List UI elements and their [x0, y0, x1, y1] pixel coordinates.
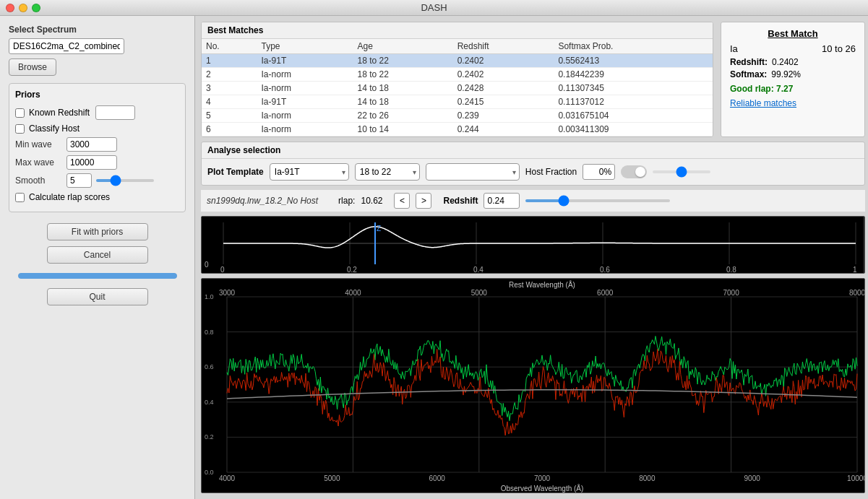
- quit-button[interactable]: Quit: [47, 288, 148, 305]
- browse-button[interactable]: Browse: [9, 58, 56, 76]
- priors-section: Priors Known Redshift Classify Host Min …: [9, 83, 186, 212]
- classify-host-checkbox[interactable]: [15, 124, 25, 134]
- close-button[interactable]: [6, 4, 14, 12]
- redshift-label: Redshift: [443, 196, 478, 206]
- cell-redshift: 0.2415: [453, 95, 554, 109]
- table-row[interactable]: 5 Ia-norm 22 to 26 0.239 0.031675104: [202, 109, 713, 123]
- max-wave-input[interactable]: [66, 155, 117, 170]
- host-fraction-slider[interactable]: [653, 170, 710, 173]
- correlation-canvas: [202, 217, 863, 274]
- prev-button[interactable]: <: [394, 193, 410, 209]
- table-row[interactable]: 3 Ia-norm 14 to 18 0.2428 0.11307345: [202, 82, 713, 95]
- template-select-wrapper: Ia-91T Ia-norm Ib Ic II: [270, 163, 349, 181]
- calculate-rlap-label: Calculate rlap scores: [29, 192, 110, 202]
- cell-type: Ia-norm: [257, 68, 353, 82]
- best-match-softmax-value: 99.92%: [771, 69, 801, 79]
- host-fraction-label: Host Fraction: [525, 167, 577, 177]
- cell-redshift: 0.2402: [453, 68, 554, 82]
- cell-redshift: 0.2402: [453, 54, 554, 68]
- cancel-button[interactable]: Cancel: [47, 246, 148, 264]
- cell-age: 22 to 26: [353, 109, 453, 123]
- col-prob: Softmax Prob.: [554, 39, 713, 54]
- cell-no: 5: [202, 109, 257, 123]
- host-fraction-input[interactable]: [583, 164, 615, 180]
- cell-prob: 0.5562413: [554, 54, 713, 68]
- toggle-knob: [635, 167, 645, 177]
- rlap-label: rlap:: [338, 196, 355, 206]
- cell-type: Ia-91T: [257, 95, 353, 109]
- table-row[interactable]: 2 Ia-norm 18 to 22 0.2402 0.18442239: [202, 68, 713, 82]
- table-row[interactable]: 6 Ia-norm 10 to 14 0.244 0.003411309: [202, 123, 713, 136]
- cell-no: 4: [202, 95, 257, 109]
- min-wave-label: Min wave: [15, 139, 62, 149]
- cell-redshift: 0.2428: [453, 82, 554, 95]
- col-redshift: Redshift: [453, 39, 554, 54]
- cell-type: Ia-norm: [257, 109, 353, 123]
- best-match-box: Best Match Ia 10 to 26 Redshift: 0.2402 …: [721, 22, 865, 137]
- plot-template-label: Plot Template: [207, 167, 264, 177]
- progress-bar-fill: [18, 273, 177, 279]
- cell-no: 3: [202, 82, 257, 95]
- redshift-slider[interactable]: [525, 199, 670, 202]
- known-redshift-label: Known Redshift: [29, 108, 90, 118]
- cell-prob: 0.031675104: [554, 109, 713, 123]
- spectrum-plot: [201, 278, 865, 493]
- fit-with-priors-button[interactable]: Fit with priors: [47, 223, 148, 240]
- matches-table: No. Type Age Redshift Softmax Prob. 1 Ia…: [202, 39, 713, 136]
- subtype-select[interactable]: [426, 163, 520, 181]
- select-spectrum-label: Select Spectrum: [9, 25, 186, 35]
- smooth-label: Smooth: [15, 175, 62, 186]
- known-redshift-checkbox[interactable]: [15, 108, 25, 118]
- cell-no: 1: [202, 54, 257, 68]
- best-match-redshift-label: Redshift:: [730, 57, 768, 67]
- analyse-section: Analyse selection Plot Template Ia-91T I…: [201, 142, 865, 186]
- best-match-age: 10 to 26: [822, 43, 856, 54]
- redshift-row: sn1999dq.lnw_18.2_No Host rlap: 10.62 < …: [201, 190, 865, 212]
- cell-no: 6: [202, 123, 257, 136]
- sn-name: sn1999dq.lnw_18.2_No Host: [207, 196, 318, 206]
- window-title: DASH: [421, 2, 447, 13]
- table-row[interactable]: 1 Ia-91T 18 to 22 0.2402 0.5562413: [202, 54, 713, 68]
- calculate-rlap-checkbox[interactable]: [15, 193, 25, 202]
- template-select[interactable]: Ia-91T Ia-norm Ib Ic II: [270, 163, 349, 181]
- cell-age: 14 to 18: [353, 95, 453, 109]
- maximize-button[interactable]: [32, 4, 40, 12]
- best-matches-panel: Best Matches No. Type Age Redshift Softm…: [201, 22, 713, 137]
- best-match-title: Best Match: [730, 28, 856, 39]
- cell-prob: 0.003411309: [554, 123, 713, 136]
- title-bar: DASH: [0, 0, 868, 16]
- window-controls[interactable]: [6, 4, 40, 12]
- redshift-input[interactable]: [484, 193, 520, 209]
- cell-redshift: 0.244: [453, 123, 554, 136]
- best-match-softmax-label: Softmax:: [730, 69, 767, 79]
- cell-no: 2: [202, 68, 257, 82]
- cell-age: 14 to 18: [353, 82, 453, 95]
- file-input[interactable]: [9, 38, 124, 54]
- min-wave-input[interactable]: [66, 137, 117, 152]
- reliable-matches-link[interactable]: Reliable matches: [730, 98, 796, 108]
- rlap-value: 10.62: [361, 196, 382, 206]
- col-no: No.: [202, 39, 257, 54]
- rlap-text: Good rlap: 7.27: [730, 84, 793, 94]
- correlation-plot: [201, 216, 865, 274]
- next-button[interactable]: >: [416, 193, 431, 209]
- spectrum-canvas: [202, 279, 864, 493]
- cell-redshift: 0.239: [453, 109, 554, 123]
- age-select[interactable]: 18 to 22 14 to 18 22 to 26 10 to 14: [355, 163, 420, 181]
- left-panel: Select Spectrum Browse Priors Known Reds…: [0, 16, 195, 499]
- age-select-wrapper: 18 to 22 14 to 18 22 to 26 10 to 14: [355, 163, 420, 181]
- smooth-slider[interactable]: [96, 179, 154, 182]
- best-match-redshift-value: 0.2402: [772, 57, 799, 67]
- minimize-button[interactable]: [19, 4, 27, 12]
- host-toggle[interactable]: [621, 165, 647, 178]
- col-type: Type: [257, 39, 353, 54]
- known-redshift-input[interactable]: [95, 105, 135, 120]
- cell-type: Ia-norm: [257, 82, 353, 95]
- table-row[interactable]: 4 Ia-91T 14 to 18 0.2415 0.11137012: [202, 95, 713, 109]
- analyse-controls: Plot Template Ia-91T Ia-norm Ib Ic II 18…: [202, 159, 864, 185]
- top-row: Best Matches No. Type Age Redshift Softm…: [201, 22, 865, 137]
- action-buttons: Fit with priors Cancel Quit: [9, 223, 186, 305]
- cell-prob: 0.11137012: [554, 95, 713, 109]
- cell-prob: 0.11307345: [554, 82, 713, 95]
- smooth-input[interactable]: [66, 173, 92, 188]
